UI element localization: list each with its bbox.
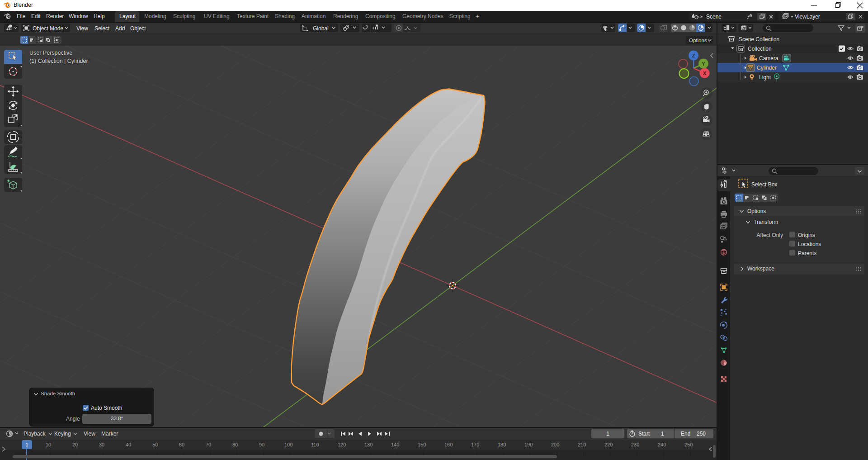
svg-text:Y: Y: [702, 61, 705, 66]
svg-text:Z: Z: [692, 53, 695, 58]
svg-text:X: X: [703, 71, 707, 76]
